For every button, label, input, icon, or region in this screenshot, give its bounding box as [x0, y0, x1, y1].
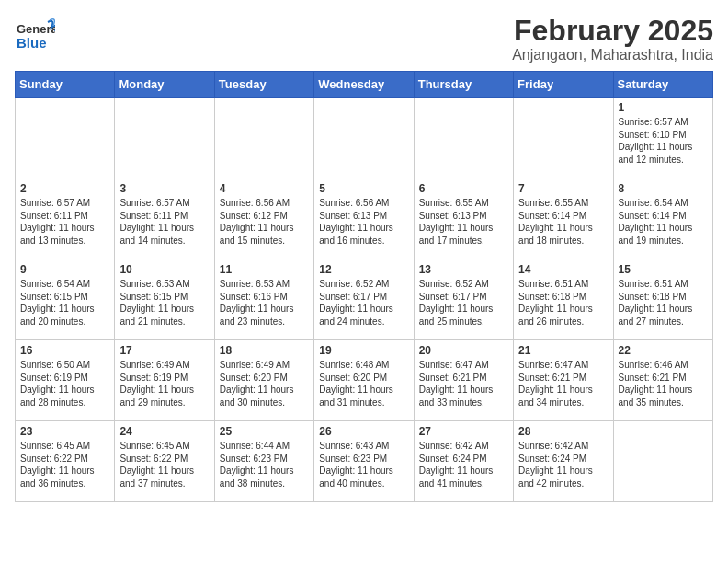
calendar-cell: 26Sunrise: 6:43 AM Sunset: 6:23 PM Dayli…: [314, 421, 414, 502]
calendar-cell: [214, 98, 313, 178]
cell-info: Sunrise: 6:56 AM Sunset: 6:13 PM Dayligh…: [319, 197, 408, 247]
cell-info: Sunrise: 6:52 AM Sunset: 6:17 PM Dayligh…: [419, 278, 508, 327]
weekday-header-saturday: Saturday: [613, 72, 712, 98]
cell-info: Sunrise: 6:47 AM Sunset: 6:21 PM Dayligh…: [518, 359, 608, 408]
cell-info: Sunrise: 6:42 AM Sunset: 6:24 PM Dayligh…: [419, 440, 508, 489]
calendar-cell: [613, 421, 712, 502]
day-number: 6: [419, 182, 508, 195]
calendar-cell: 25Sunrise: 6:44 AM Sunset: 6:23 PM Dayli…: [214, 421, 313, 502]
cell-info: Sunrise: 6:54 AM Sunset: 6:14 PM Dayligh…: [619, 197, 708, 247]
calendar-cell: 17Sunrise: 6:49 AM Sunset: 6:19 PM Dayli…: [115, 340, 214, 421]
day-number: 18: [220, 344, 309, 357]
calendar-week-3: 9Sunrise: 6:54 AM Sunset: 6:15 PM Daylig…: [16, 259, 713, 340]
cell-info: Sunrise: 6:55 AM Sunset: 6:13 PM Dayligh…: [419, 197, 508, 247]
cell-info: Sunrise: 6:53 AM Sunset: 6:15 PM Dayligh…: [119, 278, 209, 327]
calendar-cell: 1Sunrise: 6:57 AM Sunset: 6:10 PM Daylig…: [613, 98, 712, 178]
calendar-week-1: 1Sunrise: 6:57 AM Sunset: 6:10 PM Daylig…: [16, 98, 713, 178]
calendar-week-2: 2Sunrise: 6:57 AM Sunset: 6:11 PM Daylig…: [16, 178, 713, 259]
day-number: 20: [419, 344, 508, 357]
day-number: 19: [319, 344, 408, 357]
cell-info: Sunrise: 6:43 AM Sunset: 6:23 PM Dayligh…: [319, 440, 408, 489]
calendar-cell: 9Sunrise: 6:54 AM Sunset: 6:15 PM Daylig…: [16, 259, 115, 340]
day-number: 9: [20, 263, 109, 276]
cell-info: Sunrise: 6:47 AM Sunset: 6:21 PM Dayligh…: [419, 359, 508, 408]
weekday-header-sunday: Sunday: [16, 72, 115, 98]
calendar-cell: 28Sunrise: 6:42 AM Sunset: 6:24 PM Dayli…: [514, 421, 613, 502]
calendar-cell: 14Sunrise: 6:51 AM Sunset: 6:18 PM Dayli…: [514, 259, 613, 340]
cell-info: Sunrise: 6:45 AM Sunset: 6:22 PM Dayligh…: [119, 440, 209, 489]
month-title: February 2025: [512, 15, 713, 47]
svg-text:Blue: Blue: [17, 35, 47, 51]
weekday-header-monday: Monday: [115, 72, 214, 98]
day-number: 23: [20, 425, 109, 438]
cell-info: Sunrise: 6:52 AM Sunset: 6:17 PM Dayligh…: [319, 278, 408, 327]
day-number: 3: [119, 182, 209, 195]
calendar-cell: 23Sunrise: 6:45 AM Sunset: 6:22 PM Dayli…: [16, 421, 115, 502]
day-number: 2: [20, 182, 109, 195]
day-number: 17: [119, 344, 209, 357]
calendar-week-4: 16Sunrise: 6:50 AM Sunset: 6:19 PM Dayli…: [16, 340, 713, 421]
cell-info: Sunrise: 6:49 AM Sunset: 6:20 PM Dayligh…: [220, 359, 309, 408]
svg-text:General: General: [17, 22, 55, 36]
calendar-cell: 24Sunrise: 6:45 AM Sunset: 6:22 PM Dayli…: [115, 421, 214, 502]
day-number: 22: [619, 344, 708, 357]
day-number: 4: [220, 182, 309, 195]
day-number: 21: [518, 344, 608, 357]
location-title: Anjangaon, Maharashtra, India: [512, 47, 713, 63]
day-number: 14: [518, 263, 608, 276]
cell-info: Sunrise: 6:53 AM Sunset: 6:16 PM Dayligh…: [220, 278, 309, 327]
header: General Blue February 2025 Anjangaon, Ma…: [15, 15, 713, 63]
cell-info: Sunrise: 6:55 AM Sunset: 6:14 PM Dayligh…: [518, 197, 608, 247]
calendar-cell: 10Sunrise: 6:53 AM Sunset: 6:15 PM Dayli…: [115, 259, 214, 340]
cell-info: Sunrise: 6:48 AM Sunset: 6:20 PM Dayligh…: [319, 359, 408, 408]
calendar-cell: 12Sunrise: 6:52 AM Sunset: 6:17 PM Dayli…: [314, 259, 414, 340]
day-number: 7: [518, 182, 608, 195]
calendar-cell: 27Sunrise: 6:42 AM Sunset: 6:24 PM Dayli…: [414, 421, 513, 502]
day-number: 1: [619, 101, 708, 114]
day-number: 5: [319, 182, 408, 195]
cell-info: Sunrise: 6:51 AM Sunset: 6:18 PM Dayligh…: [619, 278, 708, 327]
calendar-cell: 20Sunrise: 6:47 AM Sunset: 6:21 PM Dayli…: [414, 340, 513, 421]
calendar-cell: 7Sunrise: 6:55 AM Sunset: 6:14 PM Daylig…: [514, 178, 613, 259]
day-number: 27: [419, 425, 508, 438]
day-number: 10: [119, 263, 209, 276]
calendar-cell: [414, 98, 513, 178]
cell-info: Sunrise: 6:44 AM Sunset: 6:23 PM Dayligh…: [220, 440, 309, 489]
weekday-header-row: SundayMondayTuesdayWednesdayThursdayFrid…: [16, 72, 713, 98]
calendar-week-5: 23Sunrise: 6:45 AM Sunset: 6:22 PM Dayli…: [16, 421, 713, 502]
logo-icon: General Blue: [15, 15, 55, 59]
cell-info: Sunrise: 6:50 AM Sunset: 6:19 PM Dayligh…: [20, 359, 109, 408]
calendar-cell: 5Sunrise: 6:56 AM Sunset: 6:13 PM Daylig…: [314, 178, 414, 259]
day-number: 26: [319, 425, 408, 438]
cell-info: Sunrise: 6:51 AM Sunset: 6:18 PM Dayligh…: [518, 278, 608, 327]
calendar-cell: 13Sunrise: 6:52 AM Sunset: 6:17 PM Dayli…: [414, 259, 513, 340]
calendar-cell: 22Sunrise: 6:46 AM Sunset: 6:21 PM Dayli…: [613, 340, 712, 421]
calendar-cell: 6Sunrise: 6:55 AM Sunset: 6:13 PM Daylig…: [414, 178, 513, 259]
calendar-cell: 11Sunrise: 6:53 AM Sunset: 6:16 PM Dayli…: [214, 259, 313, 340]
cell-info: Sunrise: 6:46 AM Sunset: 6:21 PM Dayligh…: [619, 359, 708, 408]
calendar-cell: [514, 98, 613, 178]
day-number: 11: [220, 263, 309, 276]
calendar-cell: 4Sunrise: 6:56 AM Sunset: 6:12 PM Daylig…: [214, 178, 313, 259]
calendar-cell: 15Sunrise: 6:51 AM Sunset: 6:18 PM Dayli…: [613, 259, 712, 340]
weekday-header-thursday: Thursday: [414, 72, 513, 98]
calendar-cell: 3Sunrise: 6:57 AM Sunset: 6:11 PM Daylig…: [115, 178, 214, 259]
cell-info: Sunrise: 6:42 AM Sunset: 6:24 PM Dayligh…: [518, 440, 608, 489]
calendar-cell: 18Sunrise: 6:49 AM Sunset: 6:20 PM Dayli…: [214, 340, 313, 421]
day-number: 12: [319, 263, 408, 276]
calendar-cell: 2Sunrise: 6:57 AM Sunset: 6:11 PM Daylig…: [16, 178, 115, 259]
calendar-header: SundayMondayTuesdayWednesdayThursdayFrid…: [16, 72, 713, 98]
cell-info: Sunrise: 6:54 AM Sunset: 6:15 PM Dayligh…: [20, 278, 109, 327]
cell-info: Sunrise: 6:57 AM Sunset: 6:11 PM Dayligh…: [119, 197, 209, 247]
cell-info: Sunrise: 6:57 AM Sunset: 6:10 PM Dayligh…: [619, 116, 708, 166]
cell-info: Sunrise: 6:45 AM Sunset: 6:22 PM Dayligh…: [20, 440, 109, 489]
calendar-table: SundayMondayTuesdayWednesdayThursdayFrid…: [15, 71, 713, 502]
day-number: 16: [20, 344, 109, 357]
day-number: 28: [518, 425, 608, 438]
day-number: 15: [619, 263, 708, 276]
calendar-cell: [115, 98, 214, 178]
day-number: 25: [220, 425, 309, 438]
calendar-cell: [16, 98, 115, 178]
logo: General Blue: [15, 15, 55, 59]
cell-info: Sunrise: 6:56 AM Sunset: 6:12 PM Dayligh…: [220, 197, 309, 247]
